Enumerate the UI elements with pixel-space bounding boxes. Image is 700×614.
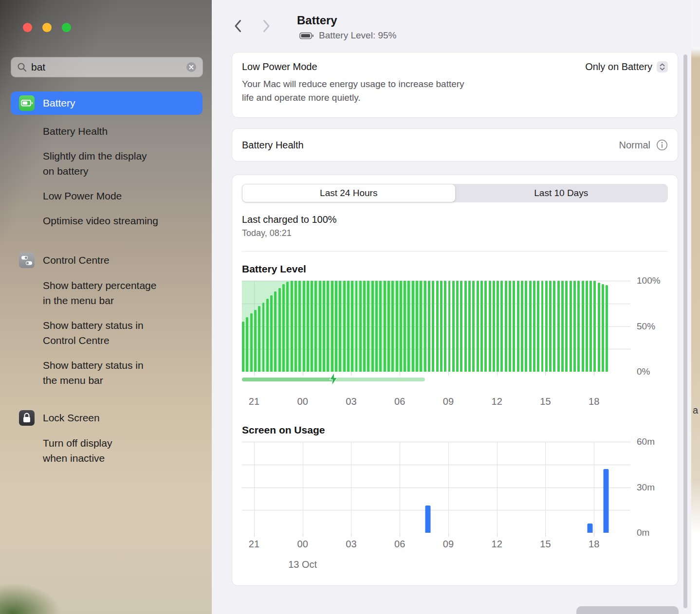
tab-last-10-days[interactable]: Last 10 Days xyxy=(455,184,668,202)
sidebar-item-turn-off-display[interactable]: Turn off display when inactive xyxy=(43,435,189,466)
x-tick-mark xyxy=(351,533,351,537)
battery-level-bar xyxy=(529,281,532,372)
clear-search-icon[interactable] xyxy=(186,62,197,72)
close-button[interactable] xyxy=(23,23,32,32)
battery-level-bar xyxy=(286,282,289,372)
y-tick-label: 30m xyxy=(637,482,655,493)
battery-level-chart-title: Battery Level xyxy=(242,263,668,275)
battery-level-bar xyxy=(573,281,576,372)
minimize-button[interactable] xyxy=(42,23,52,32)
x-tick-label: 15 xyxy=(540,396,551,407)
screen-usage-bar xyxy=(588,524,593,533)
battery-level-bar xyxy=(420,281,422,372)
battery-level-bar xyxy=(561,281,564,372)
y-tick-label: 0% xyxy=(637,366,650,377)
battery-level-bar xyxy=(549,281,552,372)
battery-level-bar xyxy=(533,281,535,372)
x-tick-mark xyxy=(545,372,546,376)
battery-level-bar xyxy=(593,281,596,372)
low-power-mode-popup[interactable]: Only on Battery xyxy=(585,61,668,72)
gridline-v xyxy=(594,442,594,533)
forward-icon[interactable] xyxy=(263,19,270,33)
screen-usage-x-axis: 210003060912151813 Oct xyxy=(242,533,630,575)
battery-level-bar xyxy=(432,281,434,372)
battery-level-bar xyxy=(577,281,580,372)
battery-level-bar xyxy=(553,281,555,372)
battery-level-bar xyxy=(314,281,317,372)
battery-level-bar xyxy=(274,291,276,372)
sidebar-item-control-centre[interactable]: Control Centre xyxy=(11,253,203,268)
screen-usage-chart-title: Screen on Usage xyxy=(242,424,668,436)
battery-level-bar xyxy=(359,281,362,372)
x-tick-label: 00 xyxy=(297,396,308,407)
battery-level-bar xyxy=(460,281,462,372)
scrollbar[interactable] xyxy=(683,54,687,608)
battery-level-bar xyxy=(456,281,459,372)
x-tick-mark xyxy=(254,533,255,537)
x-tick-label: 09 xyxy=(443,396,454,407)
battery-level-y-axis: 100%50%0% xyxy=(630,281,668,372)
battery-level-bar xyxy=(541,281,544,372)
sidebar-item-status-menu-bar[interactable]: Show battery status in the menu bar xyxy=(43,358,189,388)
x-tick-mark xyxy=(400,533,400,537)
sidebar-item-optimise-video[interactable]: Optimise video streaming xyxy=(43,213,189,228)
battery-health-label: Battery Health xyxy=(242,140,304,151)
battery-level-bar xyxy=(589,281,592,372)
battery-level-bar xyxy=(371,281,374,372)
gridline-h xyxy=(242,510,630,510)
x-tick-mark xyxy=(303,372,303,376)
battery-level-bar xyxy=(246,317,248,372)
sidebar-item-battery-health[interactable]: Battery Health xyxy=(43,124,189,139)
battery-status-row: Battery Level: 95% xyxy=(299,30,396,41)
search-input[interactable] xyxy=(31,61,182,73)
partial-button-bottom[interactable] xyxy=(576,606,679,614)
battery-level-bar xyxy=(452,281,455,372)
x-tick-mark xyxy=(594,533,594,537)
info-icon[interactable] xyxy=(656,139,668,151)
battery-level-bar xyxy=(557,281,560,372)
battery-level-bar xyxy=(262,303,265,372)
x-tick-label: 18 xyxy=(589,396,599,407)
x-tick-label: 00 xyxy=(297,539,308,550)
battery-level-bar xyxy=(509,281,511,372)
x-tick-label: 21 xyxy=(249,539,259,550)
time-range-segmented-control: Last 24 Hours Last 10 Days xyxy=(242,184,668,202)
charging-bolt-icon xyxy=(329,373,338,385)
x-tick-label: 09 xyxy=(443,539,454,550)
battery-level-bar xyxy=(497,281,499,372)
desktop-text-fragment: a xyxy=(693,405,698,416)
battery-level-bar xyxy=(440,281,442,372)
sidebar-item-low-power-mode[interactable]: Low Power Mode xyxy=(43,188,189,203)
sidebar-results: Battery Battery Health Slightly dim the … xyxy=(11,91,203,466)
sidebar-item-status-control-centre[interactable]: Show battery status in Control Centre xyxy=(43,318,189,348)
battery-level-bar xyxy=(319,281,321,372)
x-tick-mark xyxy=(400,372,400,376)
battery-level-bar xyxy=(545,281,548,372)
battery-level-bar xyxy=(303,281,305,372)
divider xyxy=(242,251,668,252)
search-field[interactable] xyxy=(11,57,203,77)
low-power-mode-value: Only on Battery xyxy=(585,61,652,72)
screen-usage-plot xyxy=(242,442,630,533)
control-centre-icon xyxy=(19,253,35,268)
sidebar-item-lock-screen[interactable]: Lock Screen xyxy=(11,410,203,426)
battery-level-bar xyxy=(477,281,479,372)
sidebar-item-dim-display[interactable]: Slightly dim the display on battery xyxy=(43,148,189,179)
battery-level-bar xyxy=(391,281,394,372)
battery-level-chart: 100%50%0% xyxy=(242,281,668,372)
battery-level-bar xyxy=(242,322,244,372)
battery-level-bar xyxy=(266,299,269,372)
battery-level-bar xyxy=(606,285,608,372)
zoom-button[interactable] xyxy=(62,23,71,32)
last-charged-time: Today, 08:21 xyxy=(242,228,668,238)
tab-last-24-hours[interactable]: Last 24 Hours xyxy=(242,184,455,202)
battery-level-bar xyxy=(424,281,426,372)
back-icon[interactable] xyxy=(234,19,241,33)
sidebar-item-battery-percentage[interactable]: Show battery percentage in the menu bar xyxy=(43,278,189,308)
battery-level-bar xyxy=(525,281,527,372)
battery-level-x-axis: 2100030609121518 xyxy=(242,372,630,410)
battery-level-bar xyxy=(537,281,539,372)
battery-level-bar xyxy=(582,281,584,372)
y-tick-label: 0m xyxy=(637,527,649,538)
sidebar-item-battery[interactable]: Battery xyxy=(11,91,203,115)
